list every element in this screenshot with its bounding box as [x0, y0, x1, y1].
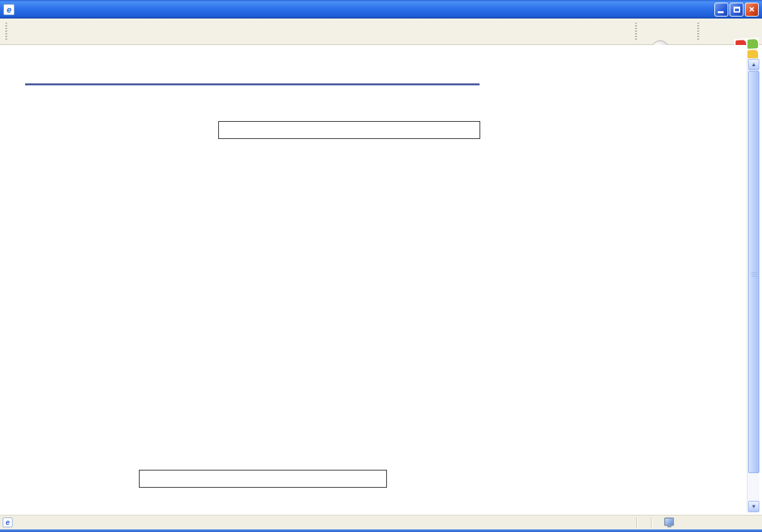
- toolbar-grip[interactable]: [697, 22, 699, 41]
- scroll-down-button[interactable]: ▼: [748, 501, 759, 512]
- status-bar: e: [0, 515, 762, 529]
- close-button[interactable]: ✕: [745, 3, 759, 17]
- page-status-icon: e: [3, 517, 13, 527]
- toolbar-grip[interactable]: [635, 22, 637, 41]
- toolbar-grip[interactable]: [5, 22, 7, 41]
- report-title-rule: [25, 83, 480, 85]
- scrollbar-thumb[interactable]: [748, 71, 759, 473]
- minimize-button[interactable]: [714, 3, 728, 17]
- restore-button[interactable]: [730, 3, 743, 17]
- vertical-scrollbar[interactable]: ▲ ▼: [747, 58, 759, 513]
- status-separator: [651, 517, 652, 528]
- scroll-up-button[interactable]: ▲: [748, 59, 759, 70]
- menu-toolbar: ←: [0, 19, 762, 45]
- internet-explorer-icon: e: [3, 4, 15, 15]
- report-page: [0, 45, 747, 515]
- status-separator: [636, 517, 638, 528]
- my-computer-icon: [664, 517, 674, 526]
- title-bar: e ✕: [0, 0, 762, 19]
- chart-legend: [218, 121, 480, 139]
- window-bottom-border: [0, 529, 762, 532]
- chart-legend: [139, 470, 387, 488]
